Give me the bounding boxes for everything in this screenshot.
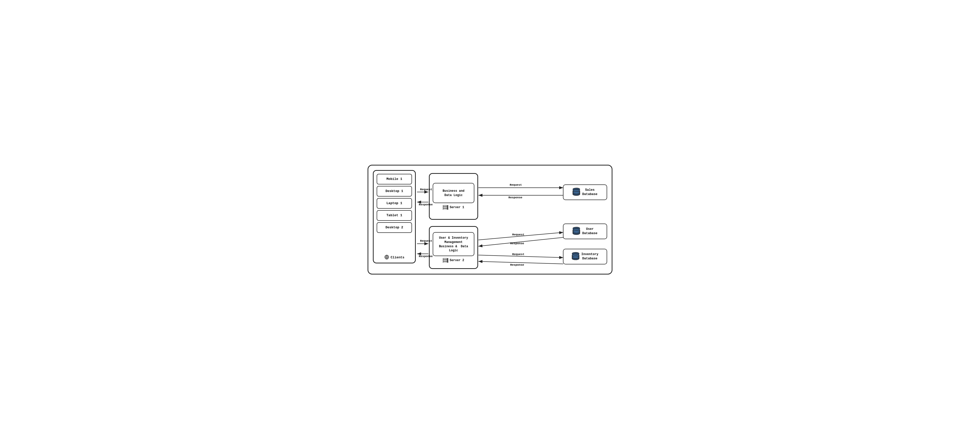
arrow-label-res5: Response — [510, 263, 524, 266]
user-db-label: UserDatabase — [582, 227, 597, 235]
server-stack-icon2 — [443, 258, 449, 263]
svg-point-22 — [573, 192, 580, 194]
server2-inner: User & InventoryManagementBusiness & Dat… — [433, 232, 474, 256]
user-db-icon — [573, 227, 580, 236]
arrow-label-req1: Request — [420, 188, 432, 191]
svg-point-7 — [447, 206, 448, 206]
arrow-label-res2: Response — [419, 255, 433, 258]
svg-point-13 — [447, 259, 448, 259]
server2-box: User & InventoryManagementBusiness & Dat… — [429, 226, 478, 269]
main-diagram: Mobile 1 Desktop 1 Laptop 1 Tablet 1 Des… — [368, 165, 612, 274]
client-desktop2: Desktop 2 — [377, 222, 412, 233]
clients-label: Clients — [384, 255, 404, 261]
server1-label: Server 1 — [443, 205, 464, 210]
arrow-label-req5: Request — [512, 252, 524, 256]
arrow-label-res1: Response — [419, 203, 433, 206]
arrow-label-req3: Request — [510, 183, 522, 187]
server-stack-icon — [443, 205, 449, 210]
server2-inner-label: User & InventoryManagementBusiness & Dat… — [439, 236, 468, 253]
client-desktop1: Desktop 1 — [377, 186, 412, 197]
clients-box: Mobile 1 Desktop 1 Laptop 1 Tablet 1 Des… — [373, 170, 416, 263]
svg-point-29 — [573, 231, 580, 233]
client-laptop1: Laptop 1 — [377, 198, 412, 209]
sales-db-box: SalesDatabase — [563, 184, 607, 200]
server1-box: Business andData Logic Server 1 — [429, 173, 478, 220]
arrow-label-res4: Response — [510, 242, 524, 245]
inventory-db-box: InventoryDatabase — [563, 249, 607, 265]
svg-point-9 — [447, 209, 448, 209]
svg-point-8 — [447, 208, 448, 208]
user-db-box: UserDatabase — [563, 223, 607, 239]
arrow-label-req2: Request — [420, 239, 432, 242]
server1-inner-label: Business andData Logic — [442, 189, 464, 198]
globe-icon — [384, 255, 389, 261]
sales-db-icon — [573, 188, 580, 197]
arrow-label-res3: Response — [508, 196, 522, 199]
server1-inner: Business andData Logic — [433, 183, 474, 203]
inventory-db-label: InventoryDatabase — [581, 252, 598, 261]
svg-point-14 — [447, 260, 448, 261]
server2-label: Server 2 — [443, 258, 464, 263]
svg-point-15 — [447, 262, 448, 262]
svg-point-36 — [572, 256, 579, 258]
arrow-label-req4: Request — [512, 233, 524, 236]
client-mobile1: Mobile 1 — [377, 174, 412, 184]
client-tablet1: Tablet 1 — [377, 210, 412, 221]
inventory-db-icon — [572, 252, 579, 261]
sales-db-label: SalesDatabase — [582, 188, 597, 196]
